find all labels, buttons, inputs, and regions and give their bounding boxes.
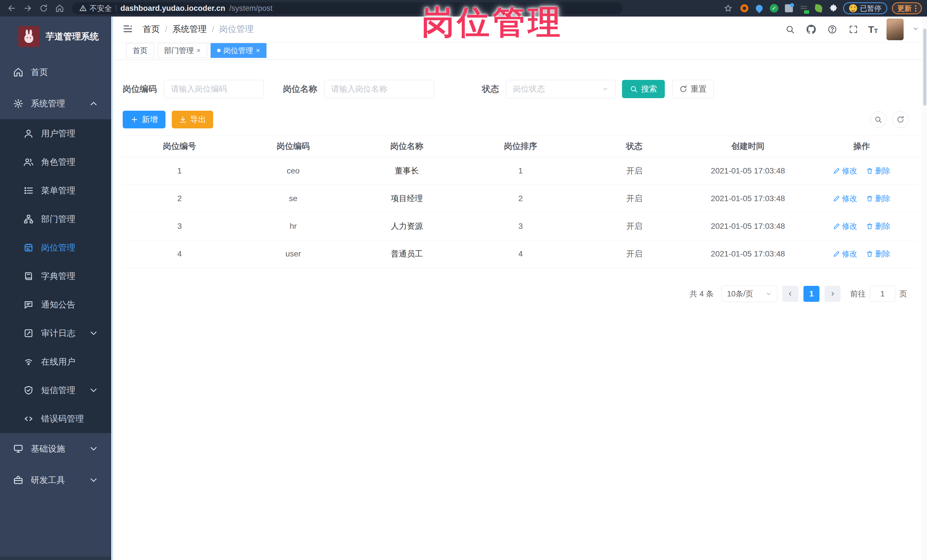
delete-link[interactable]: 删除: [866, 193, 891, 204]
cell-actions: 修改 删除: [805, 193, 918, 204]
avatar-caret-icon[interactable]: [912, 26, 919, 33]
github-icon[interactable]: [805, 23, 818, 36]
reset-button[interactable]: 重置: [672, 80, 714, 98]
sidebar-item-infrastructure[interactable]: 基础设施: [0, 433, 111, 464]
sidebar-item-label: 字典管理: [41, 270, 75, 282]
goto-page-input[interactable]: [870, 286, 895, 302]
warning-icon: [79, 5, 87, 12]
site-security[interactable]: 不安全: [79, 3, 112, 14]
breadcrumb-home[interactable]: 首页: [143, 23, 160, 35]
extension-orange-icon[interactable]: [739, 3, 749, 14]
delete-link[interactable]: 删除: [866, 249, 891, 259]
chevron-left-icon: [787, 291, 793, 297]
sidebar-item-sms[interactable]: 短信管理: [0, 376, 111, 405]
sidebar-item-roles[interactable]: 角色管理: [0, 148, 111, 176]
tab-label: 岗位管理: [223, 46, 253, 56]
post-name-label: 岗位名称: [283, 83, 317, 95]
sms-shield-icon: [23, 385, 33, 395]
delete-link[interactable]: 删除: [866, 166, 891, 176]
extension-check-icon[interactable]: ✓: [769, 3, 779, 14]
post-code-input[interactable]: [164, 80, 264, 98]
edit-link[interactable]: 修改: [833, 249, 857, 259]
table-row[interactable]: 4 user 普通员工 4 开启 2021-01-05 17:03:48 修改 …: [123, 240, 918, 268]
extension-leaf-icon[interactable]: [813, 3, 824, 14]
online-user-icon: [23, 357, 33, 367]
refresh-table-button[interactable]: [892, 111, 909, 128]
extension-grid-icon[interactable]: [784, 3, 794, 14]
sidebar-item-audit-log[interactable]: 审计日志: [0, 319, 111, 348]
column-header: 岗位编号: [123, 141, 236, 152]
user-avatar[interactable]: [886, 18, 904, 40]
page-scrollbar[interactable]: [922, 17, 927, 560]
fullscreen-icon[interactable]: [847, 23, 860, 36]
emoji-avatar-icon: [849, 4, 857, 12]
browser-update-button[interactable]: 更新: [892, 2, 922, 14]
hamburger-icon[interactable]: [122, 23, 134, 36]
status-select[interactable]: 岗位状态: [506, 80, 616, 98]
tab-label: 首页: [133, 46, 147, 56]
bookmark-star-icon[interactable]: [722, 2, 735, 15]
kebab-menu-icon[interactable]: [915, 5, 916, 12]
page-size-select[interactable]: 10条/页: [722, 285, 777, 302]
sidebar-item-dev-tools[interactable]: 研发工具: [0, 464, 111, 496]
chevron-down-icon: [88, 385, 99, 395]
sidebar-item-home[interactable]: 首页: [0, 56, 111, 88]
edit-link[interactable]: 修改: [833, 166, 857, 176]
edit-link[interactable]: 修改: [833, 193, 857, 204]
refresh-icon: [897, 115, 904, 123]
font-size-icon[interactable]: TT: [868, 24, 878, 34]
add-button[interactable]: 新增: [123, 111, 166, 128]
delete-link[interactable]: 删除: [866, 221, 891, 231]
dictionary-icon: [23, 271, 33, 281]
extensions-puzzle-icon[interactable]: [828, 3, 839, 14]
toggle-search-button[interactable]: [870, 111, 886, 128]
sidebar-item-departments[interactable]: 部门管理: [0, 205, 111, 233]
forward-icon[interactable]: [21, 2, 34, 15]
sidebar-item-online-users[interactable]: 在线用户: [0, 348, 111, 376]
sidebar-item-announcements[interactable]: 通知公告: [0, 290, 111, 319]
sidebar-scrollbar[interactable]: [111, 17, 114, 560]
close-icon[interactable]: ×: [256, 47, 260, 55]
export-button[interactable]: 导出: [172, 111, 213, 128]
sidebar-item-menus[interactable]: 菜单管理: [0, 176, 111, 205]
browser-home-icon[interactable]: [53, 2, 66, 15]
sidebar-item-system[interactable]: 系统管理: [0, 88, 111, 119]
scrollbar-thumb[interactable]: [923, 29, 926, 106]
search-icon[interactable]: [784, 23, 796, 36]
table-row[interactable]: 1 ceo 董事长 1 开启 2021-01-05 17:03:48 修改 删除: [123, 157, 918, 185]
search-button-label: 搜索: [641, 83, 657, 94]
sidebar-item-posts[interactable]: 岗位管理: [0, 233, 111, 262]
edit-link[interactable]: 修改: [833, 221, 857, 231]
plus-icon: [131, 115, 138, 123]
browser-toolbar: 不安全 dashboard.yudao.iocoder.cn/system/po…: [0, 0, 927, 17]
tab-home[interactable]: 首页: [126, 43, 154, 58]
cell-post-sort: 1: [464, 166, 577, 175]
sidebar-item-error-codes[interactable]: 错误码管理: [0, 405, 111, 433]
app-logo-row[interactable]: 芋道管理系统: [0, 17, 111, 56]
chevron-down-icon: [766, 291, 772, 297]
back-icon[interactable]: [5, 2, 18, 15]
chevron-down-icon: [88, 444, 99, 454]
address-bar[interactable]: 不安全 dashboard.yudao.iocoder.cn/system/po…: [72, 2, 623, 14]
breadcrumb-system[interactable]: 系统管理: [172, 23, 207, 35]
reload-icon[interactable]: [37, 2, 50, 15]
tab-posts[interactable]: 岗位管理 ×: [211, 43, 266, 58]
post-name-input[interactable]: [324, 80, 434, 98]
tab-departments[interactable]: 部门管理 ×: [158, 43, 207, 58]
profile-paused-badge[interactable]: 已暂停: [843, 2, 887, 14]
help-icon[interactable]: [826, 23, 839, 36]
table-row[interactable]: 3 hr 人力资源 3 开启 2021-01-05 17:03:48 修改 删除: [123, 212, 918, 240]
prev-page-button[interactable]: [782, 286, 798, 302]
page-number-button[interactable]: 1: [804, 286, 819, 302]
search-button[interactable]: 搜索: [622, 80, 665, 98]
table-row[interactable]: 2 se 项目经理 2 开启 2021-01-05 17:03:48 修改 删除: [123, 185, 918, 212]
sidebar-item-users[interactable]: 用户管理: [0, 119, 111, 148]
cell-post-status: 开启: [577, 249, 691, 260]
edit-icon: [833, 167, 840, 175]
sidebar-item-dictionary[interactable]: 字典管理: [0, 262, 111, 290]
sidebar-item-label: 部门管理: [41, 213, 75, 225]
extension-server-icon[interactable]: [799, 3, 809, 14]
close-icon[interactable]: ×: [197, 47, 201, 55]
next-page-button[interactable]: [825, 286, 840, 302]
extension-pin-icon[interactable]: [754, 3, 764, 14]
